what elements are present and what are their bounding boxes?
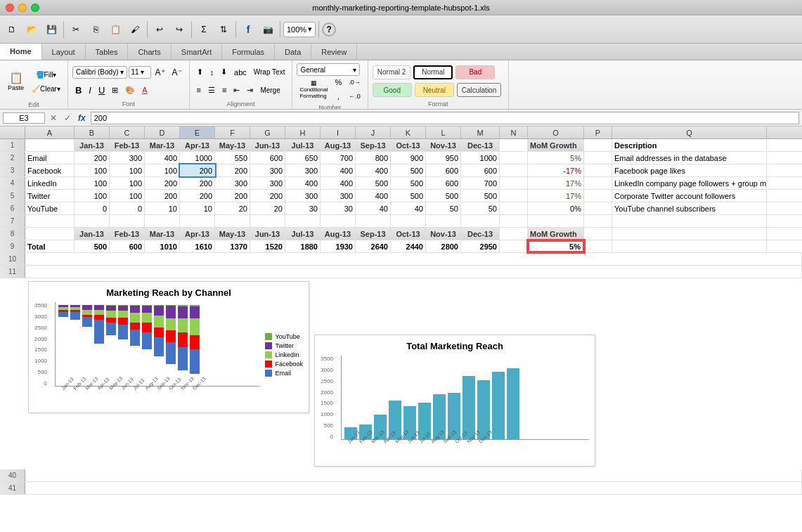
cell-o2[interactable]: 5% <box>528 152 584 164</box>
cell-row11[interactable] <box>25 266 802 278</box>
cell-c7[interactable] <box>110 215 145 227</box>
cell-d5[interactable]: 200 <box>145 190 180 202</box>
cell-f5[interactable]: 200 <box>215 190 250 202</box>
col-header-l[interactable]: L <box>426 126 461 138</box>
cell-c6[interactable]: 0 <box>110 202 145 214</box>
help-button[interactable]: ? <box>322 22 336 37</box>
cell-n1[interactable] <box>500 139 528 151</box>
cell-c3[interactable]: 100 <box>110 164 145 176</box>
cell-p4[interactable] <box>584 177 612 189</box>
undo-button[interactable]: ↩ <box>150 20 169 39</box>
cell-a3[interactable]: Facebook <box>25 164 75 176</box>
cell-m2[interactable]: 1000 <box>461 152 500 164</box>
cell-d7[interactable] <box>145 215 180 227</box>
cell-f9[interactable]: 1370 <box>215 240 250 252</box>
cell-j7[interactable] <box>356 215 391 227</box>
minimize-button[interactable] <box>18 4 27 12</box>
bold-button[interactable]: B <box>72 84 84 97</box>
cell-n9[interactable] <box>500 240 528 252</box>
font-decrease-button[interactable]: A⁻ <box>169 66 185 79</box>
indent-decrease-button[interactable]: ⇤ <box>231 84 242 96</box>
cell-l1[interactable]: Nov-13 <box>426 139 461 151</box>
cell-g2[interactable]: 600 <box>250 152 285 164</box>
cell-a8[interactable] <box>25 228 75 240</box>
cell-g3[interactable]: 300 <box>250 164 285 176</box>
cell-reference-input[interactable] <box>3 112 45 124</box>
col-header-q[interactable]: Q <box>612 126 767 138</box>
tab-charts[interactable]: Charts <box>128 44 171 60</box>
cell-o1[interactable]: MoM Growth <box>528 139 584 151</box>
sort-button[interactable]: ⇅ <box>214 20 233 39</box>
cell-d1[interactable]: Mar-13 <box>145 139 180 151</box>
cell-k7[interactable] <box>391 215 426 227</box>
format-calculation-cell[interactable]: Calculation <box>457 83 501 97</box>
cell-k3[interactable]: 500 <box>391 164 426 176</box>
cell-g6[interactable]: 20 <box>250 202 285 214</box>
cell-j6[interactable]: 40 <box>356 202 391 214</box>
cell-c8[interactable]: Feb-13 <box>110 228 145 240</box>
sum-button[interactable]: Σ <box>195 20 213 39</box>
cell-f2[interactable]: 550 <box>215 152 250 164</box>
font-size-selector[interactable]: 11 ▾ <box>129 66 151 79</box>
cell-c4[interactable]: 100 <box>110 177 145 189</box>
camera-button[interactable]: 📷 <box>259 20 277 39</box>
cell-e1[interactable]: Apr-13 <box>180 139 215 151</box>
align-top-button[interactable]: ⬆ <box>194 66 206 79</box>
percent-button[interactable]: % <box>332 76 344 89</box>
zoom-control[interactable]: 100% ▾ <box>283 22 316 37</box>
cell-g7[interactable] <box>250 215 285 227</box>
cell-f7[interactable] <box>215 215 250 227</box>
col-header-e[interactable]: E <box>180 126 215 138</box>
cell-row10[interactable] <box>25 253 802 265</box>
decrease-decimal-button[interactable]: ←.0 <box>346 90 363 103</box>
cell-m7[interactable] <box>461 215 500 227</box>
cell-m8[interactable]: Dec-13 <box>461 228 500 240</box>
tab-review[interactable]: Review <box>311 44 357 60</box>
cell-h8[interactable]: Jul-13 <box>285 228 321 240</box>
cell-p6[interactable] <box>584 202 612 214</box>
cell-c5[interactable]: 100 <box>110 190 145 202</box>
cell-d2[interactable]: 400 <box>145 152 180 164</box>
col-header-k[interactable]: K <box>391 126 426 138</box>
cell-h9[interactable]: 1880 <box>285 240 321 252</box>
cell-b3[interactable]: 100 <box>75 164 110 176</box>
text-direction-button[interactable]: abc <box>231 66 250 79</box>
cell-e7[interactable] <box>180 215 215 227</box>
col-header-m[interactable]: M <box>461 126 500 138</box>
tab-smartart[interactable]: SmartArt <box>172 44 222 60</box>
font-name-selector[interactable]: Calibri (Body) ▾ <box>72 66 127 79</box>
cell-b4[interactable]: 100 <box>75 177 110 189</box>
cell-j9[interactable]: 2640 <box>356 240 391 252</box>
tab-tables[interactable]: Tables <box>86 44 129 60</box>
formula-fx-button[interactable]: fx <box>76 113 88 123</box>
cell-b2[interactable]: 200 <box>75 152 110 164</box>
format-neutral-cell[interactable]: Neutral <box>415 83 454 97</box>
cell-g8[interactable]: Jun-13 <box>250 228 285 240</box>
cell-j3[interactable]: 400 <box>356 164 391 176</box>
copy-button[interactable]: ⎘ <box>86 20 105 39</box>
open-button[interactable]: 📂 <box>22 20 41 39</box>
cell-m4[interactable]: 700 <box>461 177 500 189</box>
col-header-f[interactable]: F <box>215 126 250 138</box>
italic-button[interactable]: I <box>86 84 94 97</box>
cell-h7[interactable] <box>285 215 321 227</box>
cell-f1[interactable]: May-13 <box>215 139 250 151</box>
cell-q4[interactable]: LinkedIn company page followers + group … <box>612 177 767 189</box>
format-normal2-cell[interactable]: Normal 2 <box>373 65 411 79</box>
cell-j2[interactable]: 800 <box>356 152 391 164</box>
cell-k9[interactable]: 2440 <box>391 240 426 252</box>
cell-n3[interactable] <box>500 164 528 176</box>
cell-q6[interactable]: YouTube channel subscribers <box>612 202 767 214</box>
cell-a4[interactable]: LinkedIn <box>25 177 75 189</box>
cell-f4[interactable]: 300 <box>215 177 250 189</box>
cell-i2[interactable]: 700 <box>321 152 356 164</box>
cell-d3[interactable]: 100 <box>145 164 180 176</box>
cell-a5[interactable]: Twitter <box>25 190 75 202</box>
font-color-button[interactable]: A <box>139 84 150 96</box>
col-header-g[interactable]: G <box>250 126 285 138</box>
cell-e9[interactable]: 1610 <box>180 240 215 252</box>
cell-p7[interactable] <box>584 215 612 227</box>
cell-a1[interactable] <box>25 139 75 151</box>
wrap-text-button[interactable]: Wrap Text <box>251 66 288 79</box>
cell-p3[interactable] <box>584 164 612 176</box>
